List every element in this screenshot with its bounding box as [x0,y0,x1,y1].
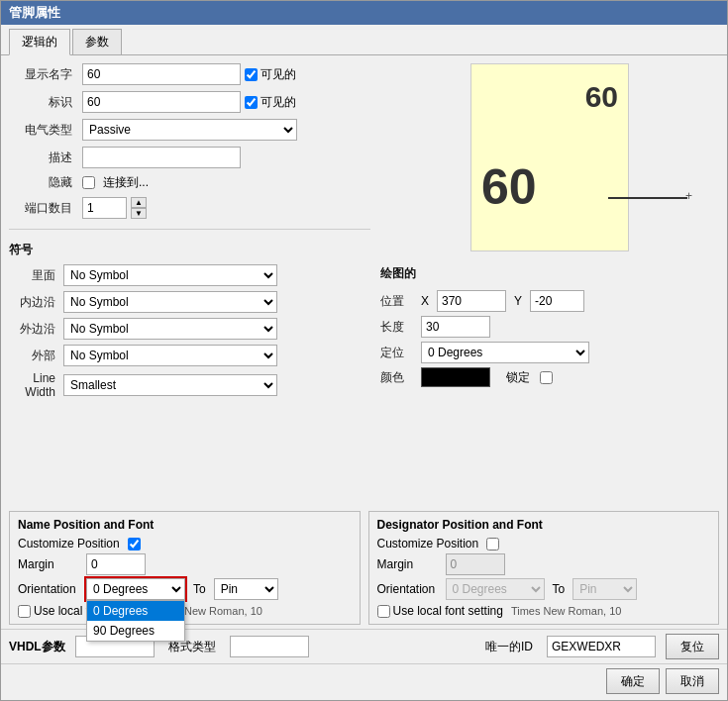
color-label: 颜色 [380,369,415,386]
display-name-input[interactable] [82,63,241,85]
id-input[interactable] [82,91,241,113]
display-name-row: 显示名字 可见的 [9,63,370,85]
port-count-row: 端口数目 ▲ ▼ [9,197,370,219]
symbol-section-title: 符号 [9,242,370,258]
cancel-button[interactable]: 取消 [666,668,719,694]
orientation-label: 定位 [380,345,415,361]
outside-row: 外部 No Symbol Dot [9,345,370,366]
inside-row: 里面 No Symbol Dot [9,264,370,286]
orientation-row: 定位 0 Degrees 90 Degrees 180 Degrees 270 … [380,342,719,363]
desig-to-label: To [553,582,566,596]
name-customize-checkbox[interactable] [128,538,141,551]
desig-pin-select: Pin [572,578,637,600]
lock-checkbox[interactable] [540,371,553,384]
desig-customize-row: Customize Position [377,537,711,551]
unique-id-label: 唯一的ID [485,639,533,655]
desig-margin-label: Margin [377,557,442,571]
inner-edge-select[interactable]: No Symbol Dot [63,291,277,313]
name-pos-title: Name Position and Font [18,518,352,532]
desig-font-value: Times New Roman, 10 [511,605,621,617]
bottom-sections: Name Position and Font Customize Positio… [1,511,727,629]
desc-input[interactable] [82,147,241,168]
name-to-label: To [193,582,206,596]
desig-orient-select: 0 Degrees [446,578,545,600]
visible2-checkbox[interactable] [245,96,258,109]
preview-big-number: 60 [481,158,537,216]
copy-button[interactable]: 复位 [666,634,719,659]
inside-label: 里面 [9,267,63,284]
outer-edge-row: 外边沿 No Symbol Dot [9,318,370,340]
elec-type-label: 电气类型 [9,122,78,139]
line-width-row: Line Width Smallest Small Medium Large [9,371,370,399]
outside-label: 外部 [9,348,63,364]
name-orient-label: Orientation [18,582,82,596]
ok-button[interactable]: 确定 [606,668,660,694]
tab-params[interactable]: 参数 [72,29,122,54]
y-input[interactable] [530,290,584,312]
display-name-label: 显示名字 [9,66,78,83]
name-orient-option-0[interactable]: 0 Degrees [87,601,184,621]
tab-logical[interactable]: 逻辑的 [9,29,70,55]
designator-pos-title: Designator Position and Font [377,518,711,532]
line-width-select[interactable]: Smallest Small Medium Large [63,374,277,396]
outside-select[interactable]: No Symbol Dot [63,345,277,366]
drawing-section-title: 绘图的 [380,265,719,282]
name-orient-option-90[interactable]: 90 Degrees [87,621,184,641]
hide-checkbox[interactable] [82,176,95,189]
port-count-input[interactable] [82,197,127,219]
desig-font-row: Use local font setting Times New Roman, … [377,604,711,618]
desig-font-label: Use local font setting [377,604,503,618]
desig-customize-checkbox[interactable] [486,538,499,551]
name-customize-label: Customize Position [18,537,120,551]
name-margin-input[interactable] [86,553,146,575]
color-row: 颜色 锁定 [380,367,719,387]
hide-row: 隐藏 连接到... [9,174,370,191]
visible1-checkbox[interactable] [245,68,258,81]
desig-font-checkbox[interactable] [377,605,390,618]
unique-id-input[interactable] [547,636,656,657]
name-margin-row: Margin [18,553,352,575]
name-pin-select[interactable]: Pin Component [214,578,278,600]
name-orient-select[interactable]: 0 Degrees 90 Degrees [86,578,185,600]
length-label: 长度 [380,319,415,336]
spinner-down[interactable]: ▼ [131,208,147,219]
id-label: 标识 [9,94,78,111]
preview-area: 60 60 + [470,63,629,251]
position-label: 位置 [380,293,415,310]
hide-label: 隐藏 [9,174,78,191]
name-orient-dropdown-wrapper: 0 Degrees 90 Degrees 0 Degrees 90 Degree… [86,578,185,600]
desig-orient-label: Orientation [377,582,442,596]
desc-row: 描述 [9,147,370,168]
spinner-up[interactable]: ▲ [131,197,147,208]
color-swatch[interactable] [421,367,490,387]
desig-margin-input [446,553,505,575]
lock-label: 锁定 [506,369,530,386]
outer-edge-select[interactable]: No Symbol Dot [63,318,277,340]
preview-top-number: 60 [585,80,618,114]
id-row: 标识 可见的 [9,91,370,113]
position-row: 位置 X Y [380,290,719,312]
inside-select[interactable]: No Symbol Dot [63,264,277,286]
title-bar: 管脚属性 [1,1,727,25]
desig-orient-row: Orientation 0 Degrees To Pin [377,578,711,600]
elec-type-select[interactable]: Passive Input Output [82,119,297,141]
name-margin-label: Margin [18,557,82,571]
visible2-label: 可见的 [245,94,296,111]
orientation-select[interactable]: 0 Degrees 90 Degrees 180 Degrees 270 Deg… [421,342,589,363]
length-input[interactable] [421,316,490,338]
desc-label: 描述 [9,150,78,166]
x-input[interactable] [437,290,506,312]
name-font-checkbox[interactable] [18,605,31,618]
window-title: 管脚属性 [9,4,60,22]
name-position-box: Name Position and Font Customize Positio… [9,511,361,625]
designator-position-box: Designator Position and Font Customize P… [368,511,720,625]
vhdl-format-input[interactable] [230,636,309,657]
inner-edge-row: 内边沿 No Symbol Dot [9,291,370,313]
elec-type-row: 电气类型 Passive Input Output [9,119,370,141]
x-label: X [421,294,429,308]
line-width-label: Line Width [9,371,63,399]
outer-edge-label: 外边沿 [9,321,63,338]
name-customize-row: Customize Position [18,537,352,551]
main-window: 管脚属性 逻辑的 参数 显示名字 可见的 标识 [0,0,728,701]
port-count-label: 端口数目 [9,200,78,217]
